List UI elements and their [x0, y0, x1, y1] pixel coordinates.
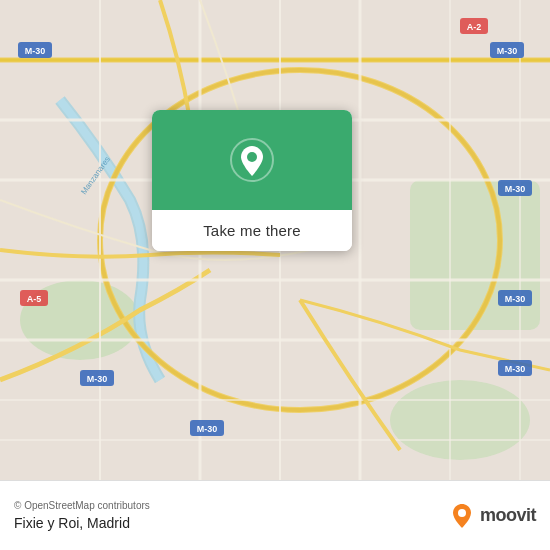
- svg-text:M-30: M-30: [25, 46, 46, 56]
- location-pin-icon: [230, 138, 274, 182]
- place-name: Fixie y Roi, Madrid: [14, 515, 150, 531]
- left-info: © OpenStreetMap contributors Fixie y Roi…: [14, 500, 150, 531]
- svg-text:M-30: M-30: [505, 184, 526, 194]
- svg-point-26: [247, 152, 257, 162]
- svg-text:A-2: A-2: [467, 22, 482, 32]
- moovit-logo: moovit: [448, 502, 536, 530]
- moovit-pin-icon: [448, 502, 476, 530]
- moovit-text: moovit: [480, 505, 536, 526]
- svg-text:A-5: A-5: [27, 294, 42, 304]
- attribution: © OpenStreetMap contributors: [14, 500, 150, 511]
- svg-point-27: [458, 509, 466, 517]
- svg-text:M-30: M-30: [505, 364, 526, 374]
- bottom-bar: © OpenStreetMap contributors Fixie y Roi…: [0, 480, 550, 550]
- svg-text:M-30: M-30: [87, 374, 108, 384]
- svg-text:M-30: M-30: [505, 294, 526, 304]
- svg-text:M-30: M-30: [197, 424, 218, 434]
- map-area: M-30 M-30 A-2 M-30 M-30 M-30 A-5 M-30 M-…: [0, 0, 550, 480]
- svg-point-3: [390, 380, 530, 460]
- location-card: Take me there: [152, 110, 352, 251]
- svg-text:M-30: M-30: [497, 46, 518, 56]
- take-me-there-button[interactable]: Take me there: [152, 210, 352, 251]
- card-header: [152, 110, 352, 210]
